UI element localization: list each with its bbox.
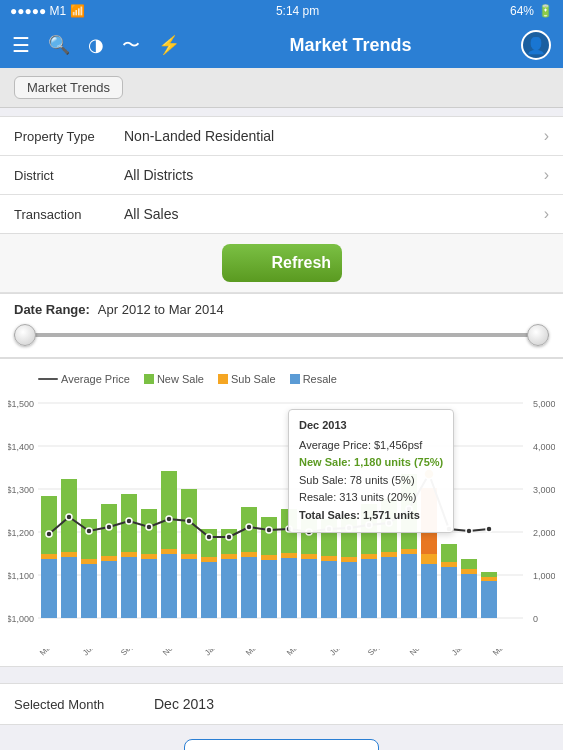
svg-text:$1,400: $1,400 bbox=[8, 442, 34, 452]
pie-icon[interactable]: ◑ bbox=[88, 34, 104, 56]
svg-point-109 bbox=[486, 526, 492, 532]
x-label-9: Nov 2013 bbox=[408, 649, 439, 657]
legend-new-sale-label: New Sale bbox=[157, 373, 204, 385]
date-range-slider[interactable] bbox=[14, 325, 549, 345]
svg-rect-30 bbox=[121, 557, 137, 618]
svg-point-92 bbox=[146, 524, 152, 530]
svg-rect-19 bbox=[41, 554, 57, 559]
svg-rect-85 bbox=[481, 577, 497, 581]
svg-rect-45 bbox=[221, 559, 237, 618]
property-type-chevron-icon: › bbox=[544, 127, 549, 145]
avg-price-line-icon bbox=[38, 378, 58, 380]
new-sale-sq-icon bbox=[144, 374, 154, 384]
property-type-label: Property Type bbox=[14, 129, 124, 144]
wifi-icon: 📶 bbox=[70, 4, 85, 18]
selected-month-label: Selected Month bbox=[14, 697, 154, 712]
filter-form: Property Type Non-Landed Residential › D… bbox=[0, 116, 563, 234]
svg-text:$1,200: $1,200 bbox=[8, 528, 34, 538]
svg-rect-76 bbox=[421, 554, 437, 564]
svg-point-94 bbox=[186, 518, 192, 524]
svg-rect-46 bbox=[221, 554, 237, 559]
selected-month-section: Selected Month Dec 2013 bbox=[0, 683, 563, 725]
tooltip-avg-price: Average Price: $1,456psf bbox=[299, 437, 443, 455]
transaction-chevron-icon: › bbox=[544, 205, 549, 223]
selected-month-value: Dec 2013 bbox=[154, 696, 214, 712]
slider-fill bbox=[14, 333, 549, 337]
search-icon[interactable]: 🔍 bbox=[48, 34, 70, 56]
svg-rect-70 bbox=[381, 552, 397, 557]
legend-resale-label: Resale bbox=[303, 373, 337, 385]
svg-rect-83 bbox=[461, 559, 477, 569]
svg-rect-58 bbox=[301, 554, 317, 559]
svg-rect-37 bbox=[161, 549, 177, 554]
battery-icon: 🔋 bbox=[538, 4, 553, 18]
svg-rect-55 bbox=[281, 553, 297, 558]
hamburger-icon[interactable]: ☰ bbox=[12, 33, 30, 57]
legend-avg-price-label: Average Price bbox=[61, 373, 130, 385]
svg-text:$1,100: $1,100 bbox=[8, 571, 34, 581]
district-value: All Districts bbox=[124, 167, 540, 183]
x-label-10: Jan 2014 bbox=[450, 649, 480, 657]
district-row[interactable]: District All Districts › bbox=[0, 156, 563, 195]
svg-rect-43 bbox=[201, 557, 217, 562]
svg-rect-53 bbox=[261, 517, 277, 555]
svg-rect-27 bbox=[101, 561, 117, 618]
slider-thumb-right[interactable] bbox=[527, 324, 549, 346]
activity-icon[interactable]: 〜 bbox=[122, 33, 140, 57]
svg-rect-63 bbox=[341, 562, 357, 618]
svg-rect-20 bbox=[41, 496, 57, 554]
status-battery: 64% 🔋 bbox=[510, 4, 553, 18]
svg-point-89 bbox=[86, 528, 92, 534]
chart-wrapper: $1,500 $1,400 $1,300 $1,200 $1,100 $1,00… bbox=[8, 389, 555, 649]
nav-bar: ☰ 🔍 ◑ 〜 ⚡ Market Trends 👤 bbox=[0, 22, 563, 68]
transaction-row[interactable]: Transaction All Sales › bbox=[0, 195, 563, 233]
see-breakdown-button[interactable]: See Breakdown bbox=[184, 739, 379, 750]
tooltip-title: Dec 2013 bbox=[299, 417, 443, 435]
svg-rect-72 bbox=[401, 554, 417, 618]
tooltip-new-sale: New Sale: 1,180 units (75%) bbox=[299, 454, 443, 472]
svg-text:0: 0 bbox=[533, 614, 538, 624]
avatar[interactable]: 👤 bbox=[521, 30, 551, 60]
chart-tooltip: Dec 2013 Average Price: $1,456psf New Sa… bbox=[288, 409, 454, 533]
x-label-1: Jul 2012 bbox=[81, 649, 109, 657]
chart-legend: Average Price New Sale Sub Sale Resale bbox=[8, 369, 555, 389]
svg-rect-73 bbox=[401, 549, 417, 554]
tooltip-sub-sale: Sub Sale: 78 units (5%) bbox=[299, 472, 443, 490]
resale-sq-icon bbox=[290, 374, 300, 384]
svg-rect-79 bbox=[441, 562, 457, 567]
svg-rect-66 bbox=[361, 559, 377, 618]
svg-rect-82 bbox=[461, 569, 477, 574]
svg-rect-84 bbox=[481, 581, 497, 618]
breadcrumb: Market Trends bbox=[14, 76, 123, 99]
svg-point-93 bbox=[166, 516, 172, 522]
svg-rect-34 bbox=[141, 554, 157, 559]
svg-rect-35 bbox=[141, 509, 157, 554]
svg-rect-40 bbox=[181, 554, 197, 559]
svg-rect-31 bbox=[121, 552, 137, 557]
breadcrumb-bar: Market Trends bbox=[0, 68, 563, 108]
x-label-6: May 2013 bbox=[285, 649, 316, 657]
refresh-button[interactable]: Refresh bbox=[222, 244, 342, 282]
property-type-row[interactable]: Property Type Non-Landed Residential › bbox=[0, 117, 563, 156]
flash-icon[interactable]: ⚡ bbox=[158, 34, 180, 56]
x-label-11: Mar 2014 bbox=[491, 649, 521, 657]
x-label-5: Mar 2013 bbox=[244, 649, 274, 657]
svg-text:1,000: 1,000 bbox=[533, 571, 555, 581]
legend-avg-price: Average Price bbox=[38, 373, 130, 385]
svg-rect-21 bbox=[61, 557, 77, 618]
chart-section: Average Price New Sale Sub Sale Resale $… bbox=[0, 358, 563, 667]
svg-rect-80 bbox=[441, 544, 457, 562]
svg-text:$1,000: $1,000 bbox=[8, 614, 34, 624]
slider-thumb-left[interactable] bbox=[14, 324, 36, 346]
svg-rect-22 bbox=[61, 552, 77, 557]
x-label-0: May 2012 bbox=[38, 649, 69, 657]
status-signal: ●●●●● M1 📶 bbox=[10, 4, 85, 18]
date-range-section: Date Range: Apr 2012 to Mar 2014 bbox=[0, 293, 563, 358]
svg-rect-54 bbox=[281, 558, 297, 618]
svg-text:$1,500: $1,500 bbox=[8, 399, 34, 409]
svg-rect-78 bbox=[441, 567, 457, 618]
transaction-label: Transaction bbox=[14, 207, 124, 222]
refresh-section: Refresh bbox=[0, 234, 563, 293]
svg-rect-18 bbox=[41, 559, 57, 618]
svg-rect-75 bbox=[421, 564, 437, 618]
